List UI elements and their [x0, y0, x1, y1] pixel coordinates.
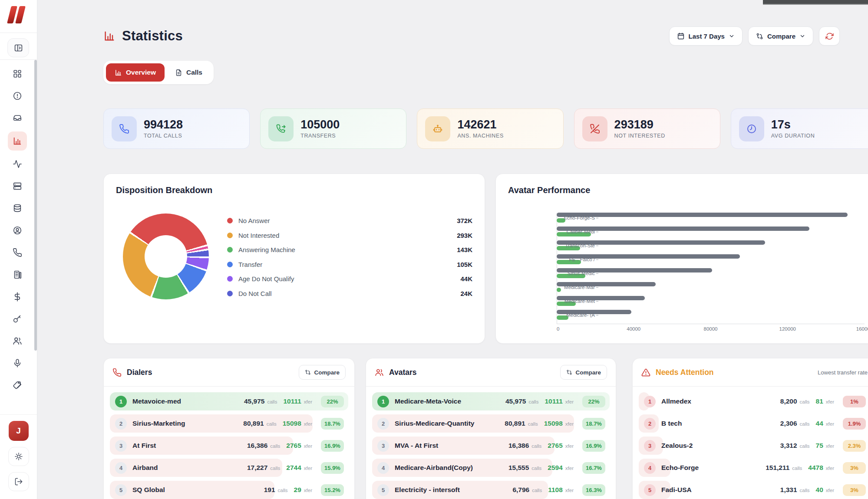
list-item[interactable]: 1 Metavoice-med 45,975 calls 10111 xfer … [110, 392, 348, 410]
inbox-icon [13, 113, 22, 123]
bar-group: Caliber-Medi [557, 227, 865, 236]
sidebar-item-recordings[interactable] [8, 355, 27, 372]
y-tick-label: Transcon-Ste [557, 243, 602, 248]
sidebar-item-calls[interactable] [8, 244, 27, 261]
list-item[interactable]: 3 Zealous-2 3,312 calls 75 xfer 2.3% [639, 437, 868, 455]
sidebar-item-contacts[interactable] [8, 222, 27, 239]
list-item[interactable]: 5 SQ Global 191 calls 29 xfer 15.2% [110, 481, 348, 499]
key-icon [13, 314, 22, 324]
logout-icon [14, 477, 23, 486]
list-item[interactable]: 5 Electricity - intersoft 6,796 calls 11… [372, 481, 610, 499]
needs-attention-list: 1 Allmedex 8,200 calls 81 xfer 1% 2 B te… [633, 387, 868, 499]
list-item[interactable]: 3 MVA - At First 16,386 calls 2765 xfer … [372, 437, 610, 455]
sidebar-item-api-keys[interactable] [8, 310, 27, 328]
list-item[interactable]: 4 Medicare-Airband(Copy) 15,555 calls 25… [372, 459, 610, 477]
users-icon [13, 336, 22, 346]
stat-card-ans-machines: 142621ANS. MACHINES [417, 108, 563, 149]
list-item[interactable]: 1 Allmedex 8,200 calls 81 xfer 1% [639, 392, 868, 410]
sidebar-item-tags[interactable] [8, 377, 27, 394]
x-tick-label: 120000 [779, 326, 796, 332]
sidebar-item-billing[interactable] [8, 288, 27, 305]
app-logo[interactable] [6, 5, 28, 24]
user-avatar[interactable]: J [9, 421, 29, 441]
item-stats: 16,386 calls 2765 xfer [508, 442, 577, 450]
sidebar-collapse-button[interactable] [7, 38, 29, 57]
rank-badge: 2 [644, 418, 656, 430]
bar-group: Medicare-Met [557, 296, 865, 306]
list-item[interactable]: 4 Airband 17,227 calls 2744 xfer 15.9% [110, 459, 348, 477]
transfer-rate-badge: 16.9% [582, 440, 605, 452]
statistics-icon [103, 30, 116, 42]
legend-item[interactable]: Age Do Not Qualify 44K [227, 274, 472, 283]
refresh-button[interactable] [819, 26, 840, 46]
database-icon [13, 204, 22, 213]
calls-value: 16,386 [247, 442, 267, 450]
tab-calls[interactable]: Calls [166, 63, 211, 82]
y-tick-label: Echo-Forge-S [557, 215, 602, 220]
bar-group: Transcon-Ste [557, 240, 865, 250]
legend-item[interactable]: No Answer 372K [227, 216, 472, 225]
xfer-unit: xfer [826, 421, 834, 427]
compare-button[interactable]: Compare [748, 26, 813, 46]
calls-value: 15,555 [508, 464, 529, 472]
legend-item[interactable]: Answering Machine 143K [227, 245, 472, 254]
xfer-value: 2765 [286, 442, 301, 450]
list-item[interactable]: 1 Medicare-Meta-Voice 45,975 calls 10111… [372, 392, 610, 410]
sidebar-item-database[interactable] [8, 200, 27, 217]
transfer-rate-badge: 3% [843, 462, 866, 474]
phone-outgoing-icon [268, 116, 294, 141]
xfer-unit: xfer [565, 421, 574, 427]
sidebar-item-inbox[interactable] [8, 109, 27, 127]
calls-value: 191 [264, 486, 275, 494]
sidebar-item-users[interactable] [8, 332, 27, 350]
avatars-compare-button[interactable]: Compare [560, 365, 607, 380]
list-item[interactable]: 2 Sirius-Medicare-Quantity 80,891 calls … [372, 414, 610, 433]
calls-value: 45,975 [505, 397, 526, 405]
legend-item[interactable]: Transfer 105K [227, 260, 472, 269]
sidebar-item-statistics[interactable] [8, 131, 27, 151]
list-item[interactable]: 4 Echo-Forge 151,211 calls 4478 xfer 3% [639, 459, 868, 477]
legend-value: 105K [457, 261, 472, 268]
grid-icon [13, 69, 22, 79]
sidebar-item-alerts[interactable] [8, 87, 27, 105]
rank-badge: 4 [115, 462, 127, 474]
bar-chart-icon [115, 69, 122, 76]
list-item[interactable]: 2 B tech 2,306 calls 44 xfer 1.9% [639, 414, 868, 433]
phone-off-icon [582, 116, 607, 141]
tab-overview[interactable]: Overview [106, 63, 165, 82]
stat-cards: 994128TOTAL CALLS 105000TRANSFERS 142621… [103, 108, 868, 149]
item-name: Allmedex [661, 397, 691, 405]
rank-badge: 3 [377, 440, 389, 452]
legend-item[interactable]: Not Interested 293K [227, 231, 472, 240]
panel-title: Avatar Performance [508, 185, 865, 195]
sidebar-item-activity[interactable] [8, 155, 27, 173]
legend-item[interactable]: Do Not Call 24K [227, 289, 472, 298]
transfer-rate-badge: 18.7% [321, 418, 344, 430]
sidebar-item-dashboard[interactable] [8, 65, 27, 82]
logout-button[interactable] [8, 472, 29, 491]
list-item[interactable]: 5 Fadi-USA 1,331 calls 40 xfer 3% [639, 481, 868, 499]
date-range-button[interactable]: Last 7 Days [669, 26, 743, 46]
phone-icon [112, 116, 137, 141]
dialers-list: 1 Metavoice-med 45,975 calls 10111 xfer … [104, 387, 354, 499]
calls-value: 6,796 [512, 486, 529, 494]
calls-value: 3,312 [780, 442, 797, 450]
legend-color-dot [227, 276, 233, 282]
list-item[interactable]: 3 At First 16,386 calls 2765 xfer 16.9% [110, 437, 348, 455]
dialers-compare-button[interactable]: Compare [299, 365, 346, 380]
y-tick-label: Medicare-Mar [557, 285, 602, 290]
calls-value: 45,975 [244, 397, 264, 405]
sidebar-item-fax[interactable] [8, 266, 27, 283]
legend-label: Do Not Call [238, 290, 272, 297]
bar-group: Sirius-Medic [557, 268, 865, 278]
xfer-value: 29 [294, 486, 301, 494]
legend-value: 372K [457, 217, 472, 224]
legend-label: Transfer [238, 261, 262, 268]
item-name: MVA - At First [395, 442, 438, 450]
avatar-performance-panel: Avatar Performance Echo-Forge-SCaliber-M… [495, 174, 868, 344]
sidebar-item-servers[interactable] [8, 177, 27, 195]
theme-toggle-button[interactable] [8, 447, 29, 466]
list-item[interactable]: 2 Sirius-Marketing 80,891 calls 15098 xf… [110, 414, 348, 433]
sidebar-footer: J [0, 414, 37, 499]
item-name: At First [132, 442, 156, 450]
